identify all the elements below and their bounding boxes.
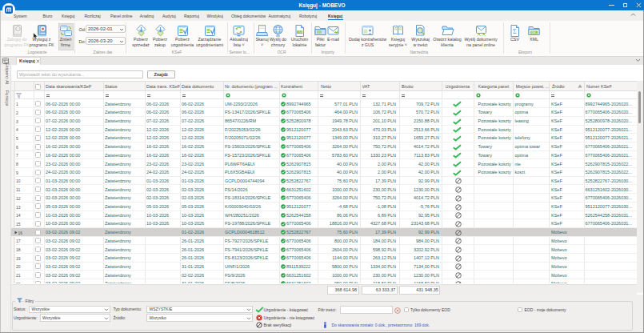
svg-text:Σ: Σ	[513, 28, 517, 35]
svg-text:XML: XML	[531, 30, 537, 34]
svg-text:OCR: OCR	[298, 30, 304, 34]
